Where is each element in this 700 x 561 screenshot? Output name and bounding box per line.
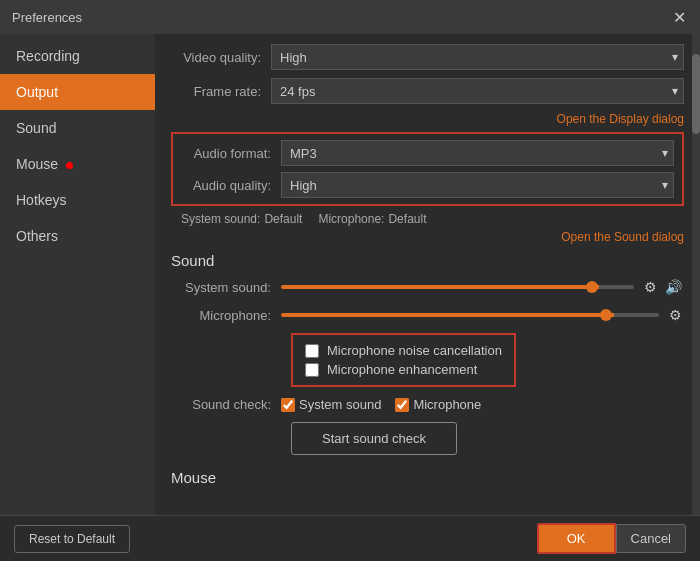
sidebar-item-label: Mouse bbox=[16, 156, 58, 172]
system-mic-info-row: System sound: Default Microphone: Defaul… bbox=[171, 212, 684, 226]
frame-rate-select[interactable]: 24 fps 30 fps 60 fps bbox=[271, 78, 684, 104]
microphone-check-item: Microphone bbox=[395, 397, 481, 412]
system-sound-volume-icon[interactable]: 🔊 bbox=[663, 277, 684, 297]
microphone-slider-thumb bbox=[600, 309, 612, 321]
main-content: Recording Output Sound Mouse Hotkeys Oth… bbox=[0, 34, 700, 515]
cancel-button[interactable]: Cancel bbox=[616, 524, 686, 553]
audio-quality-row: Audio quality: High Medium Low ▾ bbox=[181, 172, 674, 198]
sidebar: Recording Output Sound Mouse Hotkeys Oth… bbox=[0, 34, 155, 515]
sidebar-item-mouse[interactable]: Mouse bbox=[0, 146, 155, 182]
audio-format-select-wrapper: MP3 AAC WAV ▾ bbox=[281, 140, 674, 166]
microphone-info-label: Microphone: bbox=[318, 212, 384, 226]
audio-format-group: Audio format: MP3 AAC WAV ▾ Audio qualit… bbox=[171, 132, 684, 206]
audio-format-label: Audio format: bbox=[181, 146, 281, 161]
mouse-section-title: Mouse bbox=[171, 469, 684, 486]
microphone-check-checkbox[interactable] bbox=[395, 398, 409, 412]
noise-cancellation-checkbox[interactable] bbox=[305, 344, 319, 358]
system-sound-slider-row: System sound: ⚙ 🔊 bbox=[171, 277, 684, 297]
sidebar-item-label: Others bbox=[16, 228, 58, 244]
sidebar-item-output[interactable]: Output bbox=[0, 74, 155, 110]
content-area: Video quality: High Medium Low ▾ Frame r… bbox=[155, 34, 700, 515]
system-sound-slider-thumb bbox=[586, 281, 598, 293]
system-sound-slider-label: System sound: bbox=[171, 280, 281, 295]
scrollbar-thumb[interactable] bbox=[692, 54, 700, 134]
system-sound-slider-track bbox=[281, 285, 634, 289]
system-sound-slider[interactable] bbox=[281, 283, 634, 291]
frame-rate-select-wrapper: 24 fps 30 fps 60 fps ▾ bbox=[271, 78, 684, 104]
audio-quality-select[interactable]: High Medium Low bbox=[281, 172, 674, 198]
microphone-checkboxes-group: Microphone noise cancellation Microphone… bbox=[291, 333, 516, 387]
frame-rate-row: Frame rate: 24 fps 30 fps 60 fps ▾ bbox=[171, 78, 684, 104]
open-display-dialog-link[interactable]: Open the Display dialog bbox=[171, 112, 684, 126]
ok-cancel-group: OK Cancel bbox=[537, 523, 686, 554]
microphone-slider-icons: ⚙ bbox=[667, 305, 684, 325]
window-title: Preferences bbox=[12, 10, 82, 25]
enhancement-checkbox[interactable] bbox=[305, 363, 319, 377]
microphone-slider-row: Microphone: ⚙ bbox=[171, 305, 684, 325]
scrollbar-track bbox=[692, 34, 700, 515]
microphone-slider[interactable] bbox=[281, 311, 659, 319]
system-sound-check-label: System sound bbox=[299, 397, 381, 412]
enhancement-label: Microphone enhancement bbox=[327, 362, 477, 377]
sidebar-item-label: Sound bbox=[16, 120, 56, 136]
video-quality-row: Video quality: High Medium Low ▾ bbox=[171, 44, 684, 70]
noise-cancellation-label: Microphone noise cancellation bbox=[327, 343, 502, 358]
audio-quality-select-wrapper: High Medium Low ▾ bbox=[281, 172, 674, 198]
sidebar-item-others[interactable]: Others bbox=[0, 218, 155, 254]
video-quality-label: Video quality: bbox=[171, 50, 271, 65]
sidebar-item-label: Hotkeys bbox=[16, 192, 67, 208]
sidebar-item-sound[interactable]: Sound bbox=[0, 110, 155, 146]
open-sound-dialog-link[interactable]: Open the Sound dialog bbox=[171, 230, 684, 244]
close-button[interactable]: ✕ bbox=[670, 8, 688, 26]
title-bar: Preferences ✕ bbox=[0, 0, 700, 34]
system-sound-slider-icons: ⚙ 🔊 bbox=[642, 277, 684, 297]
system-sound-settings-icon[interactable]: ⚙ bbox=[642, 277, 659, 297]
microphone-slider-label: Microphone: bbox=[171, 308, 281, 323]
sidebar-item-hotkeys[interactable]: Hotkeys bbox=[0, 182, 155, 218]
ok-button[interactable]: OK bbox=[537, 523, 616, 554]
frame-rate-label: Frame rate: bbox=[171, 84, 271, 99]
sound-check-label: Sound check: bbox=[171, 397, 281, 412]
system-sound-check-checkbox[interactable] bbox=[281, 398, 295, 412]
start-sound-check-button[interactable]: Start sound check bbox=[291, 422, 457, 455]
bottom-bar: Reset to Default OK Cancel bbox=[0, 515, 700, 561]
enhancement-row: Microphone enhancement bbox=[305, 362, 502, 377]
microphone-info-value: Default bbox=[388, 212, 426, 226]
sound-check-row: Sound check: System sound Microphone bbox=[171, 397, 684, 412]
audio-format-select[interactable]: MP3 AAC WAV bbox=[281, 140, 674, 166]
video-quality-select-wrapper: High Medium Low ▾ bbox=[271, 44, 684, 70]
sidebar-item-label: Recording bbox=[16, 48, 80, 64]
noise-cancellation-row: Microphone noise cancellation bbox=[305, 343, 502, 358]
audio-format-row: Audio format: MP3 AAC WAV ▾ bbox=[181, 140, 674, 166]
system-sound-info-value: Default bbox=[264, 212, 302, 226]
preferences-window: Preferences ✕ Recording Output Sound Mou… bbox=[0, 0, 700, 561]
audio-quality-label: Audio quality: bbox=[181, 178, 281, 193]
sound-section-title: Sound bbox=[171, 252, 684, 269]
reset-to-default-button[interactable]: Reset to Default bbox=[14, 525, 130, 553]
microphone-check-label: Microphone bbox=[413, 397, 481, 412]
sidebar-item-label: Output bbox=[16, 84, 58, 100]
microphone-settings-icon[interactable]: ⚙ bbox=[667, 305, 684, 325]
system-sound-check-item: System sound bbox=[281, 397, 381, 412]
video-quality-select[interactable]: High Medium Low bbox=[271, 44, 684, 70]
sidebar-item-recording[interactable]: Recording bbox=[0, 38, 155, 74]
mouse-red-dot bbox=[66, 162, 73, 169]
system-sound-info-label: System sound: bbox=[181, 212, 260, 226]
